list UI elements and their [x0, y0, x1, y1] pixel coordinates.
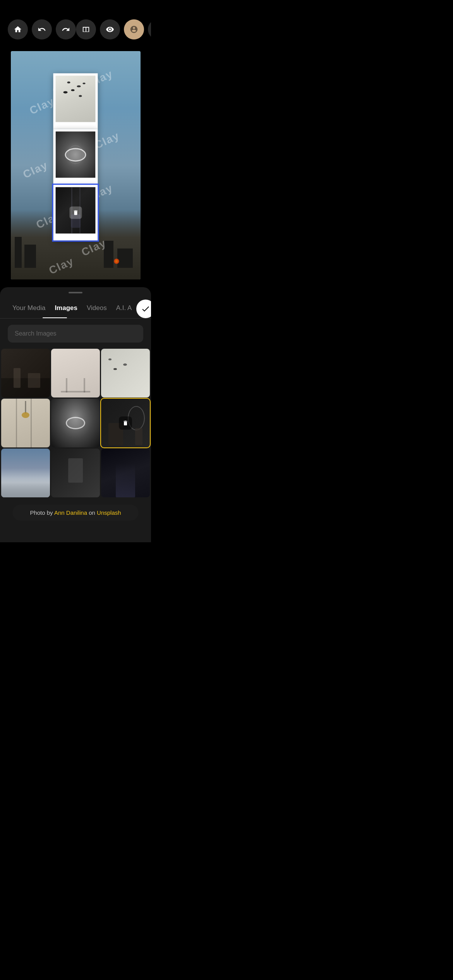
eye-icon — [106, 25, 114, 34]
tab-bar: Your Media Images Videos A.I. A — [0, 293, 151, 319]
sheet-handle[interactable] — [0, 287, 151, 293]
canvas-background: Clay Clay Clay Clay Clay Clay Clay Cla C… — [11, 51, 141, 279]
image-row-2 — [1, 399, 150, 447]
search-input[interactable] — [8, 325, 143, 343]
home-icon — [14, 25, 22, 34]
image-item-7[interactable] — [1, 449, 50, 497]
toolbar-left-group — [8, 19, 76, 39]
confirm-button[interactable] — [136, 300, 151, 318]
image-item-9[interactable] — [101, 449, 150, 497]
image-row-1 — [1, 349, 150, 397]
redo-button[interactable] — [56, 19, 76, 39]
photo-card-1[interactable] — [53, 73, 98, 129]
image-item-8[interactable] — [51, 449, 100, 497]
tab-videos[interactable]: Videos — [82, 301, 112, 317]
attribution-prefix: Photo by — [30, 509, 54, 516]
image-row-3 — [1, 449, 150, 497]
image-item-1[interactable] — [1, 349, 50, 397]
attribution-toast: Photo by Ann Danilina on Unsplash — [12, 505, 139, 521]
toolbar — [0, 0, 151, 43]
bottom-sheet: Your Media Images Videos A.I. A — [0, 287, 151, 542]
photo-card-3[interactable] — [53, 185, 98, 240]
avatar-button[interactable] — [124, 19, 144, 39]
checkmark-icon — [141, 304, 150, 314]
search-container — [0, 319, 151, 349]
attribution-author[interactable]: Ann Danilina — [54, 509, 87, 516]
image-delete-icon[interactable] — [119, 416, 132, 430]
photo-delete-icon[interactable] — [69, 206, 82, 219]
photo-stack — [53, 73, 98, 240]
image-item-3[interactable] — [101, 349, 150, 397]
photo-card-1-image — [56, 75, 96, 122]
split-view-button[interactable] — [76, 19, 96, 39]
split-view-icon — [82, 25, 90, 34]
bottom-padding — [0, 527, 151, 542]
attribution-middle: on — [87, 509, 97, 516]
tab-ai-art[interactable]: A.I. A — [112, 301, 137, 317]
undo-icon — [38, 25, 46, 34]
image-item-2[interactable] — [51, 349, 100, 397]
image-item-6[interactable] — [101, 399, 150, 447]
tab-your-media[interactable]: Your Media — [8, 301, 50, 317]
image-item-5[interactable] — [51, 399, 100, 447]
photo-card-2[interactable] — [53, 129, 98, 185]
attribution-site[interactable]: Unsplash — [97, 509, 121, 516]
attribution-container: Photo by Ann Danilina on Unsplash — [0, 499, 151, 527]
undo-button[interactable] — [32, 19, 52, 39]
preview-button[interactable] — [100, 19, 120, 39]
photo-card-2-image — [56, 131, 96, 178]
tab-images[interactable]: Images — [50, 301, 82, 317]
tab-active-indicator — [43, 317, 67, 318]
avatar-icon — [130, 25, 138, 34]
image-item-4[interactable] — [1, 399, 50, 447]
image-grid — [0, 349, 151, 497]
home-button[interactable] — [8, 19, 28, 39]
redo-icon — [62, 25, 70, 34]
canvas-area: Clay Clay Clay Clay Clay Clay Clay Cla C… — [0, 43, 151, 287]
share-button[interactable] — [148, 19, 151, 39]
toolbar-right-group — [76, 19, 151, 39]
